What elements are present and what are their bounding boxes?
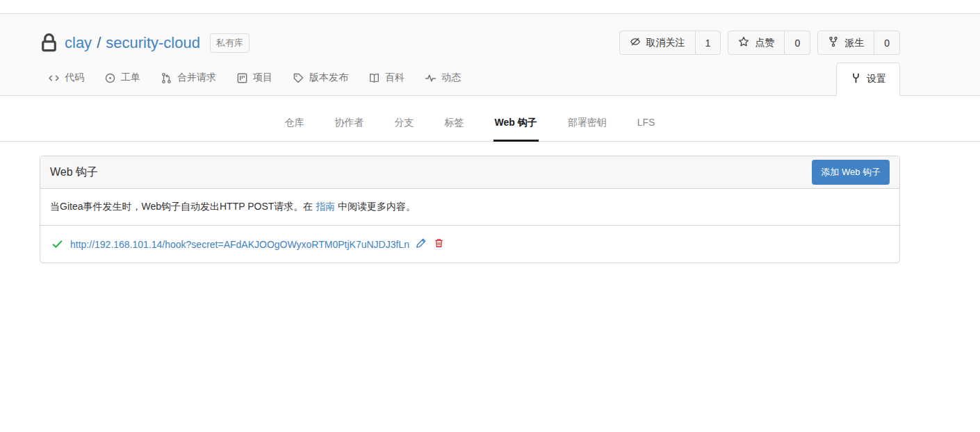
add-webhook-button[interactable]: 添加 Web 钩子 — [812, 160, 890, 185]
tab-wiki-label: 百科 — [385, 72, 405, 84]
tab-settings[interactable]: 设置 — [836, 63, 900, 96]
webhooks-panel-header: Web 钩子 添加 Web 钩子 — [40, 156, 899, 189]
star-icon — [738, 36, 749, 49]
subtab-deploy-keys[interactable]: 部署密钥 — [566, 96, 608, 142]
tab-pull-requests[interactable]: 合并请求 — [161, 63, 216, 95]
webhook-url-link[interactable]: http://192.168.101.14/hook?secret=AFdAKJ… — [70, 239, 409, 250]
webhooks-panel: Web 钩子 添加 Web 钩子 当Gitea事件发生时，Web钩子自动发出HT… — [40, 156, 900, 263]
tag-icon — [293, 72, 304, 84]
pull-request-icon — [161, 72, 172, 84]
fork-button[interactable]: 派生 0 — [817, 31, 900, 55]
edit-webhook-button[interactable] — [416, 238, 427, 251]
repo-header: clay / security-cloud 私有库 取消关注 — [0, 14, 980, 96]
webhook-list-item: http://192.168.101.14/hook?secret=AFdAKJ… — [40, 226, 899, 263]
tab-code[interactable]: 代码 — [48, 63, 84, 95]
code-icon — [48, 72, 60, 84]
repo-nav-tabs: 代码 工单 — [40, 63, 461, 95]
pulse-icon — [425, 72, 436, 84]
main-content: Web 钩子 添加 Web 钩子 当Gitea事件发生时，Web钩子自动发出HT… — [0, 142, 980, 263]
repo-owner-link[interactable]: clay — [65, 34, 92, 52]
project-icon — [236, 72, 248, 84]
subtab-tags[interactable]: 标签 — [443, 96, 466, 142]
webhook-success-check-icon — [51, 238, 63, 250]
tab-activity-label: 动态 — [441, 72, 461, 84]
top-strip — [0, 0, 980, 14]
path-separator: / — [97, 34, 101, 52]
tab-projects[interactable]: 项目 — [236, 63, 272, 95]
watch-count[interactable]: 1 — [695, 31, 721, 54]
tab-settings-label: 设置 — [867, 73, 886, 85]
settings-subnav: 仓库 协作者 分支 标签 Web 钩子 部署密钥 LFS — [0, 96, 980, 142]
book-icon — [368, 72, 380, 84]
tab-wiki[interactable]: 百科 — [368, 63, 405, 95]
fork-count[interactable]: 0 — [874, 31, 899, 54]
webhooks-description: 当Gitea事件发生时，Web钩子自动发出HTTP POST请求。在 指南 中阅… — [40, 189, 899, 226]
tab-projects-label: 项目 — [253, 72, 272, 84]
star-button[interactable]: 点赞 0 — [728, 31, 810, 55]
issue-icon — [104, 72, 116, 84]
description-text-after: 中阅读更多内容。 — [335, 201, 416, 212]
tab-issues[interactable]: 工单 — [104, 63, 140, 95]
trash-icon — [434, 238, 444, 251]
tab-issues-label: 工单 — [121, 72, 140, 84]
delete-webhook-button[interactable] — [434, 238, 444, 251]
tab-code-label: 代码 — [65, 72, 84, 84]
breadcrumb: clay / security-cloud — [65, 34, 200, 52]
fork-icon — [828, 36, 839, 49]
repo-name-link[interactable]: security-cloud — [106, 34, 200, 52]
star-count[interactable]: 0 — [784, 31, 810, 54]
subtab-repository[interactable]: 仓库 — [284, 96, 306, 142]
subtab-collaborators[interactable]: 协作者 — [334, 96, 366, 142]
panel-title: Web 钩子 — [50, 165, 98, 180]
fork-label: 派生 — [844, 37, 864, 49]
repo-nav: 代码 工单 — [40, 62, 900, 95]
repo-action-buttons: 取消关注 1 点赞 0 — [619, 31, 900, 55]
lock-icon — [40, 32, 58, 53]
subtab-webhooks[interactable]: Web 钩子 — [493, 96, 539, 142]
tab-releases[interactable]: 版本发布 — [293, 63, 348, 95]
wrench-icon — [850, 72, 862, 86]
repo-title-row: clay / security-cloud 私有库 取消关注 — [40, 14, 900, 55]
unwatch-button[interactable]: 取消关注 1 — [619, 31, 721, 55]
star-label: 点赞 — [755, 37, 774, 49]
subtab-lfs[interactable]: LFS — [636, 96, 657, 142]
pencil-icon — [416, 238, 427, 251]
tab-pull-requests-label: 合并请求 — [177, 72, 216, 84]
tab-releases-label: 版本发布 — [309, 72, 348, 84]
visibility-badge: 私有库 — [210, 33, 250, 53]
description-text-before: 当Gitea事件发生时，Web钩子自动发出HTTP POST请求。在 — [50, 201, 316, 212]
tab-activity[interactable]: 动态 — [425, 63, 461, 95]
subtab-branches[interactable]: 分支 — [393, 96, 416, 142]
guide-link[interactable]: 指南 — [316, 201, 335, 212]
eye-slash-icon — [630, 36, 641, 49]
unwatch-label: 取消关注 — [646, 37, 685, 49]
